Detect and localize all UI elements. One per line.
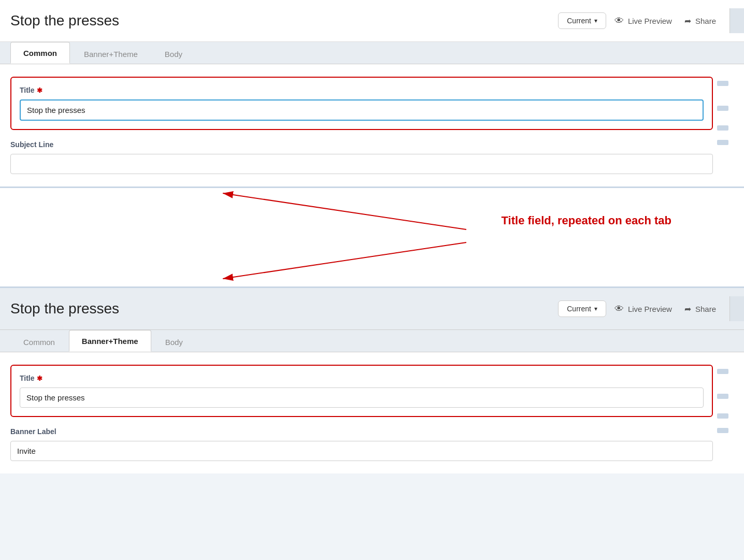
svg-line-3	[223, 242, 466, 279]
tab-banner-theme-bottom[interactable]: Banner+Theme	[69, 330, 151, 352]
annotation-text: Title field, repeated on each tab	[502, 214, 671, 227]
page-title: Stop the presses	[10, 12, 550, 29]
top-tabs-bar: Common Banner+Theme Body	[0, 42, 744, 64]
bottom-version-label: Current	[567, 305, 591, 313]
live-preview-button[interactable]: 👁 Live Preview	[614, 16, 672, 26]
top-subject-label: Subject Line	[10, 140, 713, 149]
bottom-sidebar-indicator-1	[717, 369, 728, 374]
tab-common-bottom[interactable]: Common	[10, 331, 68, 352]
bottom-live-preview-button[interactable]: 👁 Live Preview	[614, 304, 672, 314]
bottom-sidebar-indicator-2	[717, 394, 728, 399]
chevron-down-icon: ▾	[594, 17, 597, 24]
share-icon: ➦	[684, 16, 691, 26]
bottom-header-actions: 👁 Live Preview ➦ Share	[614, 304, 716, 314]
bottom-tabs-bar: Common Banner+Theme Body	[0, 330, 744, 352]
sidebar-indicator-b1	[717, 125, 728, 131]
top-right-sidebar	[717, 77, 734, 174]
version-label: Current	[567, 17, 591, 25]
bottom-title-field-group: Title ✱	[10, 365, 713, 417]
bottom-header: Stop the presses Current ▾ 👁 Live Previe…	[0, 288, 744, 330]
tab-body-top[interactable]: Body	[152, 43, 195, 64]
version-dropdown[interactable]: Current ▾	[558, 12, 606, 29]
right-stub-top	[729, 8, 744, 33]
top-title-field-group: Title ✱	[10, 77, 713, 130]
eye-icon: 👁	[614, 16, 624, 26]
bottom-live-preview-label: Live Preview	[628, 305, 672, 313]
bottom-banner-input[interactable]	[10, 441, 713, 461]
annotation-region: Title field, repeated on each tab	[0, 188, 744, 286]
top-title-input[interactable]	[20, 99, 704, 121]
bottom-content: Title ✱ Banner Label	[0, 352, 744, 473]
share-button[interactable]: ➦ Share	[684, 16, 716, 26]
svg-line-2	[223, 193, 466, 229]
bottom-share-button[interactable]: ➦ Share	[684, 304, 716, 314]
bottom-share-icon: ➦	[684, 304, 691, 314]
required-star-top: ✱	[37, 87, 42, 94]
tab-banner-theme-top[interactable]: Banner+Theme	[71, 43, 151, 64]
bottom-right-stub	[729, 296, 744, 321]
top-section: Stop the presses Current ▾ 👁 Live Previe…	[0, 0, 744, 188]
top-content: Title ✱ Subject Line	[0, 64, 744, 186]
bottom-banner-section: Banner Label	[10, 427, 713, 461]
share-label: Share	[695, 17, 716, 25]
required-star-bottom: ✱	[37, 375, 42, 382]
bottom-sidebar-indicator-4	[717, 428, 728, 433]
top-subject-input[interactable]	[10, 154, 713, 174]
sidebar-indicator-r	[717, 106, 728, 111]
bottom-title-input[interactable]	[20, 387, 704, 408]
annotation-arrow	[0, 188, 744, 286]
sidebar-indicator-s	[717, 81, 728, 86]
bottom-page-title: Stop the presses	[10, 300, 550, 317]
header-actions: 👁 Live Preview ➦ Share	[614, 16, 716, 26]
bottom-sidebar-indicator-3	[717, 413, 728, 419]
top-header: Stop the presses Current ▾ 👁 Live Previe…	[0, 0, 744, 42]
bottom-right-sidebar	[717, 365, 734, 461]
bottom-section: Stop the presses Current ▾ 👁 Live Previe…	[0, 286, 744, 473]
live-preview-label: Live Preview	[628, 17, 672, 25]
top-subject-section: Subject Line	[10, 140, 713, 174]
tab-common-top[interactable]: Common	[10, 42, 70, 64]
sidebar-indicator-b2	[717, 140, 728, 145]
bottom-title-label: Title ✱	[20, 374, 704, 382]
bottom-eye-icon: 👁	[614, 304, 624, 314]
top-title-label: Title ✱	[20, 86, 704, 94]
bottom-share-label: Share	[695, 305, 716, 313]
tab-body-bottom[interactable]: Body	[152, 331, 196, 352]
bottom-banner-label: Banner Label	[10, 427, 713, 436]
bottom-chevron-icon: ▾	[594, 305, 597, 312]
bottom-version-dropdown[interactable]: Current ▾	[558, 300, 606, 317]
